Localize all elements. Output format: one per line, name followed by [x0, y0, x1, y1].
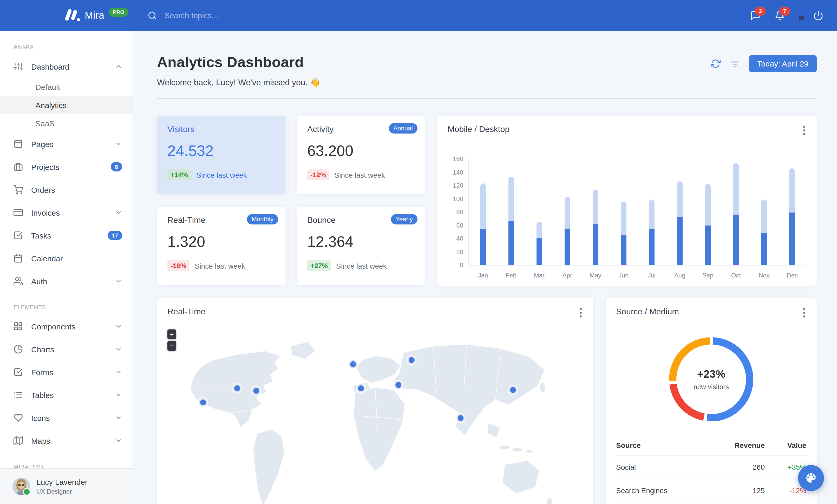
- messages-button[interactable]: 3: [750, 10, 761, 20]
- mobile-desktop-chart-card: Mobile / Desktop 020406080100120140160 J…: [437, 116, 817, 286]
- briefcase-icon: [14, 162, 23, 171]
- sidebar: PAGES Dashboard Default Analytics SaaS P…: [0, 31, 133, 504]
- map-zoom-out-button[interactable]: −: [167, 341, 176, 351]
- sidebar-item-forms[interactable]: Forms: [0, 360, 132, 384]
- pie-chart-icon: [14, 344, 23, 354]
- chevron-down-icon: [115, 323, 122, 330]
- table-header-row: Source Revenue Value: [616, 435, 806, 455]
- stat-card-visitors: Visitors 24.532 +14% Since last week: [157, 116, 285, 194]
- world-map[interactable]: [167, 327, 583, 504]
- map-icon: [14, 436, 23, 445]
- donut-center-label: new visitors: [694, 383, 729, 391]
- sidebar-item-calendar[interactable]: Calendar: [0, 247, 132, 270]
- section-header-pages: PAGES: [0, 39, 132, 55]
- search-box: [148, 11, 280, 20]
- visitors-value: 24.532: [167, 142, 275, 160]
- chevron-down-icon: [115, 414, 122, 422]
- activity-period-pill[interactable]: Annual: [389, 123, 417, 133]
- main-content: Analytics Dashboard Welcome back, Lucy! …: [132, 31, 837, 504]
- source-menu-button[interactable]: [802, 307, 806, 321]
- realtime-value: 1.320: [167, 233, 275, 250]
- power-icon: [813, 10, 823, 20]
- sidebar-item-pages[interactable]: Pages: [0, 132, 132, 155]
- page-subtitle: Welcome back, Lucy! We've missed you. 👋: [157, 77, 710, 87]
- realtime-period-pill[interactable]: Monthly: [247, 214, 278, 224]
- search-icon: [148, 11, 157, 20]
- sliders-icon: [14, 62, 23, 71]
- notifications-button[interactable]: 7: [774, 10, 785, 20]
- user-name: Lucy Lavender: [36, 478, 88, 487]
- chevron-down-icon: [115, 278, 122, 285]
- continents: [190, 342, 552, 504]
- user-profile[interactable]: Lucy Lavender UX Designer: [0, 468, 132, 504]
- pro-badge: PRO: [109, 8, 128, 17]
- activity-delta-badge: -12%: [307, 169, 330, 180]
- calendar-icon: [14, 254, 23, 263]
- donut-chart: +23% new visitors: [669, 337, 753, 422]
- table-row: Social 260 +35%: [616, 455, 806, 479]
- tasks-count-badge: 17: [108, 231, 122, 240]
- chevron-down-icon: [115, 391, 122, 398]
- shopping-cart-icon: [14, 185, 23, 194]
- sidebar-item-tables[interactable]: Tables: [0, 384, 132, 406]
- stats-grid: Visitors 24.532 +14% Since last week Act…: [157, 116, 425, 286]
- realtime-map-card: Real-Time + −: [157, 298, 593, 504]
- user-role: UX Designer: [36, 488, 88, 495]
- bounce-delta-badge: +27%: [307, 260, 331, 271]
- chart-menu-button[interactable]: [802, 125, 806, 138]
- check-square-icon: [14, 231, 23, 240]
- sidebar-item-orders[interactable]: Orders: [0, 178, 132, 201]
- kebab-icon: [803, 126, 805, 135]
- check-square-icon: [14, 367, 23, 377]
- sidebar-item-icons[interactable]: Icons: [0, 406, 132, 429]
- heart-icon: [14, 413, 23, 423]
- source-medium-card: Source / Medium +23% new visitors Source…: [606, 298, 817, 504]
- stat-card-realtime: Real-Time Monthly 1.320 -18% Since last …: [157, 207, 285, 285]
- y-axis: 020406080100120140160: [448, 159, 468, 265]
- chevron-down-icon: [115, 437, 122, 444]
- map-menu-button[interactable]: [578, 307, 583, 321]
- sidebar-item-charts[interactable]: Charts: [0, 338, 132, 360]
- sidebar-item-invoices[interactable]: Invoices: [0, 201, 132, 224]
- sidebar-subitem-analytics[interactable]: Analytics: [0, 96, 132, 114]
- filter-button[interactable]: [730, 59, 740, 69]
- theme-settings-fab[interactable]: [798, 465, 824, 491]
- sidebar-item-components[interactable]: Components: [0, 315, 132, 338]
- online-status-dot: [23, 488, 31, 496]
- analytics-dashboard-app: Mira PRO 3 7 PAGES: [0, 0, 837, 504]
- avatar: [13, 478, 30, 495]
- chevron-up-icon: [115, 63, 122, 70]
- map-zoom-in-button[interactable]: +: [167, 330, 176, 339]
- visitors-delta-badge: +14%: [167, 169, 191, 180]
- stacked-bar-chart: 020406080100120140160: [448, 159, 806, 265]
- brand-name: Mira: [85, 10, 105, 21]
- sidebar-item-maps[interactable]: Maps: [0, 429, 132, 452]
- kebab-icon: [803, 308, 805, 317]
- sidebar-subitem-saas[interactable]: SaaS: [0, 114, 132, 132]
- realtime-delta-badge: -18%: [167, 260, 190, 271]
- sidebar-item-auth[interactable]: Auth: [0, 270, 132, 293]
- refresh-button[interactable]: [710, 59, 720, 69]
- stat-card-activity: Activity Annual 63.200 -12% Since last w…: [297, 116, 425, 194]
- brand[interactable]: Mira PRO: [65, 8, 128, 23]
- bounce-value: 12.364: [307, 233, 414, 250]
- grid-icon: [14, 322, 23, 331]
- sidebar-subitem-default[interactable]: Default: [0, 78, 132, 96]
- chevron-down-icon: [115, 140, 122, 148]
- messages-count-badge: 3: [755, 6, 766, 15]
- sidebar-item-dashboard[interactable]: Dashboard: [0, 55, 132, 78]
- sign-out-button[interactable]: [813, 10, 823, 20]
- donut-center-value: +23%: [697, 368, 726, 380]
- palette-icon: [805, 472, 817, 484]
- sidebar-item-projects[interactable]: Projects 8: [0, 155, 132, 178]
- navbar-actions: 3 7: [750, 10, 837, 20]
- chevron-down-icon: [115, 209, 122, 216]
- credit-card-icon: [14, 208, 23, 217]
- map-card-title: Real-Time: [167, 307, 578, 316]
- search-input[interactable]: [163, 11, 280, 20]
- date-range-button[interactable]: Today: April 29: [749, 55, 817, 72]
- sidebar-item-tasks[interactable]: Tasks 17: [0, 224, 132, 247]
- bounce-period-pill[interactable]: Yearly: [391, 214, 417, 224]
- activity-value: 63.200: [307, 142, 414, 160]
- x-axis-labels: JanFebMarAprMayJunJulAugSepOctNovDec: [469, 272, 806, 279]
